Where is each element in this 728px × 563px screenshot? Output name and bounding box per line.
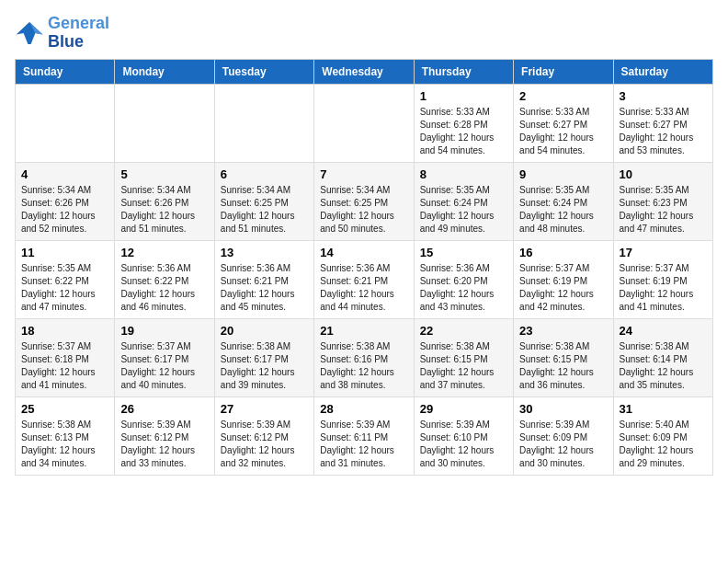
day-info: Sunrise: 5:34 AM Sunset: 6:26 PM Dayligh… [120, 184, 208, 236]
day-number: 28 [320, 402, 407, 416]
calendar-cell: 7Sunrise: 5:34 AM Sunset: 6:25 PM Daylig… [314, 162, 414, 240]
day-info: Sunrise: 5:36 AM Sunset: 6:22 PM Dayligh… [120, 262, 208, 314]
day-info: Sunrise: 5:39 AM Sunset: 6:12 PM Dayligh… [221, 419, 308, 470]
day-info: Sunrise: 5:33 AM Sunset: 6:28 PM Dayligh… [420, 106, 507, 157]
day-info: Sunrise: 5:34 AM Sunset: 6:25 PM Dayligh… [320, 184, 407, 236]
day-info: Sunrise: 5:39 AM Sunset: 6:11 PM Dayligh… [320, 419, 407, 470]
calendar-cell: 1Sunrise: 5:33 AM Sunset: 6:28 PM Daylig… [414, 84, 513, 162]
weekday-header-thursday: Thursday [414, 59, 513, 84]
calendar-body: 1Sunrise: 5:33 AM Sunset: 6:28 PM Daylig… [16, 84, 713, 475]
day-number: 12 [120, 246, 208, 259]
calendar-cell: 3Sunrise: 5:33 AM Sunset: 6:27 PM Daylig… [613, 84, 712, 162]
day-info: Sunrise: 5:38 AM Sunset: 6:13 PM Dayligh… [21, 419, 108, 470]
day-number: 3 [620, 89, 707, 103]
logo: General Blue [15, 15, 109, 52]
day-info: Sunrise: 5:35 AM Sunset: 6:23 PM Dayligh… [620, 184, 707, 236]
weekday-header-saturday: Saturday [613, 59, 712, 84]
day-info: Sunrise: 5:34 AM Sunset: 6:26 PM Dayligh… [21, 184, 108, 236]
calendar-cell: 12Sunrise: 5:36 AM Sunset: 6:22 PM Dayli… [115, 240, 214, 318]
day-number: 14 [320, 246, 407, 259]
day-info: Sunrise: 5:38 AM Sunset: 6:16 PM Dayligh… [320, 340, 407, 392]
calendar-cell: 2Sunrise: 5:33 AM Sunset: 6:27 PM Daylig… [514, 84, 613, 162]
calendar-cell: 21Sunrise: 5:38 AM Sunset: 6:16 PM Dayli… [314, 318, 414, 396]
week-row-0: 1Sunrise: 5:33 AM Sunset: 6:28 PM Daylig… [16, 84, 713, 162]
day-info: Sunrise: 5:35 AM Sunset: 6:24 PM Dayligh… [420, 184, 507, 236]
day-info: Sunrise: 5:38 AM Sunset: 6:17 PM Dayligh… [221, 340, 308, 392]
day-number: 22 [420, 324, 507, 338]
week-row-4: 25Sunrise: 5:38 AM Sunset: 6:13 PM Dayli… [16, 396, 713, 475]
day-info: Sunrise: 5:39 AM Sunset: 6:12 PM Dayligh… [120, 419, 208, 470]
header: General Blue [15, 15, 713, 52]
day-number: 18 [21, 324, 108, 338]
day-info: Sunrise: 5:33 AM Sunset: 6:27 PM Dayligh… [620, 106, 707, 157]
day-number: 25 [21, 402, 108, 416]
calendar-cell: 14Sunrise: 5:36 AM Sunset: 6:21 PM Dayli… [314, 240, 414, 318]
calendar-cell: 16Sunrise: 5:37 AM Sunset: 6:19 PM Dayli… [514, 240, 613, 318]
calendar-cell: 18Sunrise: 5:37 AM Sunset: 6:18 PM Dayli… [16, 318, 115, 396]
day-number: 13 [221, 246, 308, 259]
day-info: Sunrise: 5:37 AM Sunset: 6:17 PM Dayligh… [120, 340, 208, 392]
logo-icon [15, 18, 44, 48]
day-number: 19 [120, 324, 208, 338]
logo-text: General Blue [48, 15, 109, 52]
day-number: 26 [120, 402, 208, 416]
week-row-1: 4Sunrise: 5:34 AM Sunset: 6:26 PM Daylig… [16, 162, 713, 240]
weekday-header-tuesday: Tuesday [214, 59, 313, 84]
day-info: Sunrise: 5:39 AM Sunset: 6:09 PM Dayligh… [519, 419, 607, 470]
day-info: Sunrise: 5:38 AM Sunset: 6:15 PM Dayligh… [519, 340, 607, 392]
calendar-cell [115, 84, 214, 162]
weekday-header-sunday: Sunday [16, 59, 115, 84]
day-number: 2 [519, 89, 607, 103]
calendar-header: SundayMondayTuesdayWednesdayThursdayFrid… [16, 59, 713, 84]
day-number: 16 [519, 246, 607, 259]
day-number: 31 [620, 402, 707, 416]
calendar-cell [16, 84, 115, 162]
calendar-cell: 20Sunrise: 5:38 AM Sunset: 6:17 PM Dayli… [214, 318, 313, 396]
calendar-cell: 30Sunrise: 5:39 AM Sunset: 6:09 PM Dayli… [514, 396, 613, 475]
day-info: Sunrise: 5:36 AM Sunset: 6:21 PM Dayligh… [221, 262, 308, 314]
day-info: Sunrise: 5:36 AM Sunset: 6:20 PM Dayligh… [420, 262, 507, 314]
calendar-cell: 29Sunrise: 5:39 AM Sunset: 6:10 PM Dayli… [414, 396, 513, 475]
day-number: 6 [221, 167, 308, 181]
calendar-cell: 4Sunrise: 5:34 AM Sunset: 6:26 PM Daylig… [16, 162, 115, 240]
day-info: Sunrise: 5:37 AM Sunset: 6:19 PM Dayligh… [519, 262, 607, 314]
day-info: Sunrise: 5:39 AM Sunset: 6:10 PM Dayligh… [420, 419, 507, 470]
week-row-3: 18Sunrise: 5:37 AM Sunset: 6:18 PM Dayli… [16, 318, 713, 396]
calendar-cell: 28Sunrise: 5:39 AM Sunset: 6:11 PM Dayli… [314, 396, 414, 475]
day-number: 15 [420, 246, 507, 259]
calendar-cell: 19Sunrise: 5:37 AM Sunset: 6:17 PM Dayli… [115, 318, 214, 396]
day-number: 30 [519, 402, 607, 416]
calendar-cell: 17Sunrise: 5:37 AM Sunset: 6:19 PM Dayli… [613, 240, 712, 318]
day-number: 23 [519, 324, 607, 338]
calendar-cell: 5Sunrise: 5:34 AM Sunset: 6:26 PM Daylig… [115, 162, 214, 240]
calendar-cell: 15Sunrise: 5:36 AM Sunset: 6:20 PM Dayli… [414, 240, 513, 318]
weekday-header-monday: Monday [115, 59, 214, 84]
day-number: 9 [519, 167, 607, 181]
day-info: Sunrise: 5:40 AM Sunset: 6:09 PM Dayligh… [620, 419, 707, 470]
day-info: Sunrise: 5:34 AM Sunset: 6:25 PM Dayligh… [221, 184, 308, 236]
calendar-cell: 9Sunrise: 5:35 AM Sunset: 6:24 PM Daylig… [514, 162, 613, 240]
calendar-cell [314, 84, 414, 162]
calendar-cell: 10Sunrise: 5:35 AM Sunset: 6:23 PM Dayli… [613, 162, 712, 240]
calendar: SundayMondayTuesdayWednesdayThursdayFrid… [15, 59, 713, 476]
calendar-cell: 25Sunrise: 5:38 AM Sunset: 6:13 PM Dayli… [16, 396, 115, 475]
week-row-2: 11Sunrise: 5:35 AM Sunset: 6:22 PM Dayli… [16, 240, 713, 318]
day-number: 5 [120, 167, 208, 181]
day-info: Sunrise: 5:35 AM Sunset: 6:22 PM Dayligh… [21, 262, 108, 314]
calendar-cell: 13Sunrise: 5:36 AM Sunset: 6:21 PM Dayli… [214, 240, 313, 318]
day-number: 8 [420, 167, 507, 181]
calendar-cell: 8Sunrise: 5:35 AM Sunset: 6:24 PM Daylig… [414, 162, 513, 240]
weekday-header-friday: Friday [514, 59, 613, 84]
day-info: Sunrise: 5:38 AM Sunset: 6:15 PM Dayligh… [420, 340, 507, 392]
calendar-cell: 11Sunrise: 5:35 AM Sunset: 6:22 PM Dayli… [16, 240, 115, 318]
calendar-cell: 23Sunrise: 5:38 AM Sunset: 6:15 PM Dayli… [514, 318, 613, 396]
day-number: 27 [221, 402, 308, 416]
day-number: 1 [420, 89, 507, 103]
weekday-header-wednesday: Wednesday [314, 59, 414, 84]
day-number: 21 [320, 324, 407, 338]
day-number: 7 [320, 167, 407, 181]
day-number: 20 [221, 324, 308, 338]
day-number: 29 [420, 402, 507, 416]
day-number: 17 [620, 246, 707, 259]
calendar-cell: 22Sunrise: 5:38 AM Sunset: 6:15 PM Dayli… [414, 318, 513, 396]
